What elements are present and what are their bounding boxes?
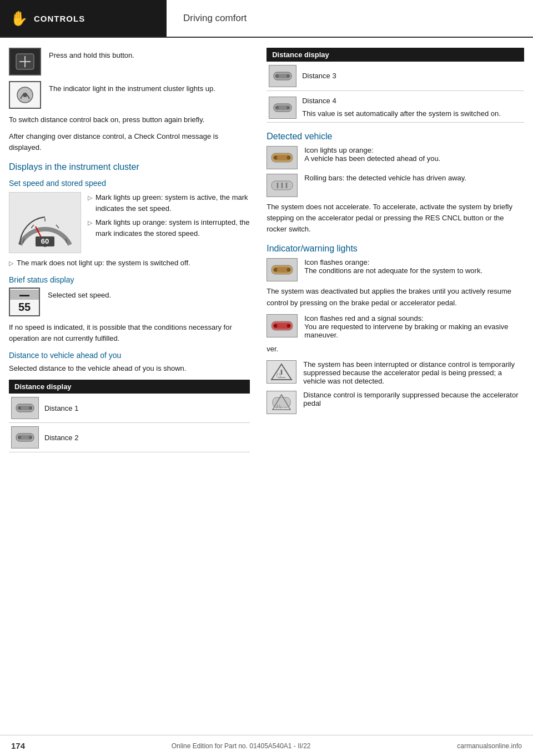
bullet-1-text: Mark lights up green: system is active, … bbox=[95, 192, 250, 214]
brief-status-row: ▬▬ 55 Selected set speed. bbox=[9, 288, 250, 316]
no-accelerate-text: The system does not accelerate. To accel… bbox=[266, 201, 524, 235]
speedometer-bullets: ▷ Mark lights up green: system is active… bbox=[88, 192, 250, 242]
distance-2-label: Distance 2 bbox=[44, 432, 78, 443]
press-hold-text: Press and hold this button. bbox=[49, 48, 134, 61]
selected-set-speed-text: Selected set speed. bbox=[48, 288, 111, 301]
svg-point-32 bbox=[274, 156, 278, 160]
distance-3-label: Distance 3 bbox=[302, 70, 336, 82]
intervene-extra-text: ver. bbox=[266, 344, 524, 355]
flashes-red-text: Icon flashes red and a signal sounds: Yo… bbox=[304, 314, 524, 339]
distance-row-3: Distance 3 bbox=[266, 62, 524, 91]
svg-point-16 bbox=[18, 406, 21, 410]
section-title: Driving comfort bbox=[167, 0, 533, 37]
flashes-red-row: Icon flashes red and a signal sounds: Yo… bbox=[266, 314, 524, 339]
mark-off-text: The mark does not light up: the system i… bbox=[17, 258, 190, 269]
distance-table-right: Distance display Distance 3 bbox=[266, 48, 524, 123]
rolling-bars-icon bbox=[266, 174, 298, 197]
svg-text:60: 60 bbox=[41, 237, 49, 245]
button-icon bbox=[9, 48, 41, 75]
distance-3-icon bbox=[269, 65, 296, 87]
status-number: 55 bbox=[18, 301, 31, 314]
svg-point-24 bbox=[275, 74, 279, 78]
if-no-speed-text: If no speed is indicated, it is possible… bbox=[9, 322, 250, 344]
bullet-arrow-1: ▷ bbox=[88, 193, 92, 203]
displays-heading: Displays in the instrument cluster bbox=[9, 162, 250, 172]
distance-temp-text: Distance control is temporarily suppress… bbox=[303, 391, 524, 407]
main-content: Press and hold this button. The indicato… bbox=[0, 38, 533, 486]
svg-point-28 bbox=[275, 106, 279, 109]
bullet-arrow-3: ▷ bbox=[9, 259, 13, 268]
distance-row-4: Distance 4 This value is set automatical… bbox=[266, 91, 524, 123]
distance-row-2: Distance 2 bbox=[9, 423, 250, 452]
svg-point-25 bbox=[286, 74, 290, 78]
detected-orange-icon bbox=[266, 146, 298, 169]
detected-vehicle-heading: Detected vehicle bbox=[266, 132, 524, 142]
distance-temp-icon: / \ bbox=[266, 391, 296, 414]
right-column: Distance display Distance 3 bbox=[261, 48, 524, 452]
switch-back-text: To switch distance control back on, pres… bbox=[9, 114, 250, 125]
distance-table-left: Distance display Distance 1 bbox=[9, 380, 250, 452]
left-column: Press and hold this button. The indicato… bbox=[9, 48, 261, 452]
distance-4-icon bbox=[269, 97, 296, 119]
system-interrupted-row: / \ The system has been interrupted or d… bbox=[266, 360, 524, 385]
flashes-orange-icon bbox=[266, 258, 298, 281]
hand-icon: ✋ bbox=[10, 10, 28, 27]
online-edition: Online Edition for Part no. 01405A540A1 … bbox=[172, 742, 311, 750]
flashes-orange-row: Icon flashes orange: The conditions are … bbox=[266, 258, 524, 281]
watermark: carmanualsonline.info bbox=[457, 742, 522, 750]
indicator-light-text: The indicator light in the instrument cl… bbox=[49, 81, 215, 94]
svg-point-21 bbox=[29, 436, 32, 439]
page-number: 174 bbox=[11, 741, 25, 750]
status-top-bar: ▬▬ bbox=[10, 290, 39, 300]
distance-row-1: Distance 1 bbox=[9, 394, 250, 423]
svg-line-6 bbox=[31, 225, 34, 228]
svg-point-41 bbox=[287, 268, 291, 272]
svg-point-4 bbox=[23, 93, 27, 97]
controls-label: CONTROLS bbox=[34, 14, 85, 23]
svg-point-17 bbox=[29, 406, 32, 410]
svg-point-40 bbox=[274, 268, 278, 272]
svg-point-44 bbox=[274, 324, 278, 327]
svg-point-29 bbox=[286, 106, 290, 109]
page-footer: 174 Online Edition for Part no. 01405A54… bbox=[0, 735, 533, 756]
indicator-warning-heading: Indicator/warning lights bbox=[266, 244, 524, 254]
page-header: ✋ CONTROLS Driving comfort bbox=[0, 0, 533, 38]
system-deactivated-text: The system was deactivated but applies t… bbox=[266, 286, 524, 308]
flashes-orange-text: Icon flashes orange: The conditions are … bbox=[304, 258, 482, 275]
svg-line-8 bbox=[56, 225, 59, 228]
bullet-arrow-2: ▷ bbox=[88, 218, 92, 228]
svg-point-20 bbox=[18, 436, 21, 439]
brief-status-icon: ▬▬ 55 bbox=[9, 288, 40, 316]
distance-2-icon bbox=[11, 426, 39, 448]
system-interrupted-icon: / \ bbox=[266, 360, 296, 384]
distance-4-label: Distance 4 This value is set automatical… bbox=[302, 95, 501, 119]
mark-off-list: ▷ The mark does not light up: the system… bbox=[9, 258, 250, 269]
indicator-light-row: The indicator light in the instrument cl… bbox=[9, 81, 250, 109]
distance-display-header-right: Distance display bbox=[266, 48, 524, 62]
indicator-icon bbox=[9, 81, 41, 109]
speedometer-block: 60 ▷ Mark lights up green: system is act… bbox=[9, 192, 250, 253]
speedometer-image: 60 bbox=[9, 192, 81, 253]
distance-display-header-left: Distance display bbox=[9, 380, 250, 394]
svg-text:/ \: / \ bbox=[276, 372, 281, 378]
detected-orange-row: Icon lights up orange: A vehicle has bee… bbox=[266, 146, 524, 169]
press-hold-row: Press and hold this button. bbox=[9, 48, 250, 75]
controls-section: ✋ CONTROLS bbox=[0, 0, 167, 37]
distance-1-icon bbox=[11, 397, 39, 419]
svg-text:/ \: / \ bbox=[276, 404, 281, 410]
set-speed-heading: Set speed and stored speed bbox=[9, 179, 250, 188]
rolling-bars-row: Rolling bars: the detected vehicle has d… bbox=[266, 174, 524, 197]
detected-orange-text: Icon lights up orange: A vehicle has bee… bbox=[304, 146, 440, 163]
brief-status-heading: Brief status display bbox=[9, 275, 250, 284]
bullet-2-text: Mark lights up orange: system is interru… bbox=[95, 217, 250, 239]
after-changing-text: After changing over distance control, a … bbox=[9, 131, 250, 153]
distance-temp-row: / \ Distance control is temporarily supp… bbox=[266, 391, 524, 414]
distance-1-label: Distance 1 bbox=[44, 403, 78, 414]
system-interrupted-text: The system has been interrupted or dista… bbox=[303, 360, 524, 385]
rolling-bars-text: Rolling bars: the detected vehicle has d… bbox=[304, 174, 466, 182]
distance-ahead-text: Selected distance to the vehicle ahead o… bbox=[9, 363, 250, 374]
svg-point-45 bbox=[287, 324, 291, 327]
svg-point-33 bbox=[287, 156, 291, 160]
distance-ahead-heading: Distance to vehicle ahead of you bbox=[9, 351, 250, 360]
flashes-red-icon bbox=[266, 314, 298, 337]
